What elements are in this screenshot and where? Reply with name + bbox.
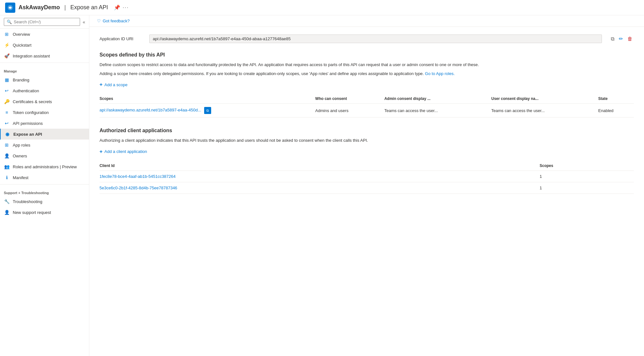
table-row: api://askawaydemo.azurefd.net/1b7a5897-e… [100,104,634,117]
table-row: 5e3ce6c0-2b1f-4285-8d4b-75ee78787346 1 [100,182,634,193]
app-name: AskAwayDemo [19,4,60,11]
col-user-consent-display: User consent display na... [491,94,598,104]
troubleshooting-icon: 🔧 [4,199,10,204]
app-id-section: Application ID URI api://askawaydemo.azu… [100,34,634,43]
nav-divider-support [0,184,89,185]
edit-app-id-button[interactable]: ✏ [618,35,624,42]
branding-icon: ▦ [4,77,10,83]
scopes-table: Scopes Who can consent Admin consent dis… [100,94,634,117]
clients-table-header-row: Client Id Scopes [100,161,634,171]
scopes-table-header-row: Scopes Who can consent Admin consent dis… [100,94,634,104]
page-title: Expose an API [70,4,108,11]
scope-link[interactable]: api://askawaydemo.azurefd.net/1b7a5897-e… [100,108,201,112]
support-section-label: Support + Troubleshooting [0,186,89,196]
client-id-value: 5e3ce6c0-2b1f-4285-8d4b-75ee78787346 [100,182,540,193]
sidebar-item-app-roles[interactable]: ⊞ App roles [0,140,89,150]
scopes-section-title: Scopes defined by this API [100,52,634,58]
sidebar-item-integration-assistant[interactable]: 🚀 Integration assistant [0,50,89,61]
pin-icon[interactable]: 📌 [114,4,120,11]
client-scopes-value: 1 [540,170,634,182]
sidebar-item-troubleshooting[interactable]: 🔧 Troubleshooting [0,196,89,207]
sidebar-item-label: Overview [13,32,30,37]
sidebar-item-roles-administrators[interactable]: 👥 Roles and administrators | Preview [0,161,89,172]
sidebar-item-label: New support request [13,210,51,215]
sidebar-item-branding[interactable]: ▦ Branding [0,74,89,85]
admin-consent-display-value: Teams can access the user... [384,104,491,117]
add-scope-label: Add a scope [104,82,127,87]
sidebar-item-authentication[interactable]: ↩ Authentication [0,85,89,96]
col-who-can-consent: Who can consent [315,94,384,104]
manage-section-label: Manage [0,64,89,74]
client-scopes-value: 1 [540,182,634,193]
scopes-section: Scopes defined by this API Define custom… [100,52,634,117]
sidebar-search-container: 🔍 « [0,15,89,29]
header: AskAwayDemo | Expose an API 📌 ··· [0,0,644,15]
main-content: ♡ Got feedback? Application ID URI api:/… [89,15,644,356]
add-scope-button[interactable]: + Add a scope [100,79,128,90]
overview-icon: ⊞ [4,31,10,37]
nav-divider-manage [0,63,89,63]
sidebar-item-label: App roles [13,143,30,148]
search-icon: 🔍 [7,19,12,24]
sidebar-item-owners[interactable]: 👤 Owners [0,150,89,161]
client-id-link[interactable]: 1fec8e78-bce4-4aaf-ab1b-5451cc387264 [100,174,176,179]
sidebar-item-api-permissions[interactable]: ↩ API permissions [0,118,89,129]
col-client-scopes: Scopes [540,161,634,171]
state-value: Enabled [598,104,634,117]
scope-copy-icon[interactable]: ⧉ [204,107,211,114]
api-permissions-icon: ↩ [4,120,10,126]
owners-icon: 👤 [4,153,10,159]
user-consent-display-value: Teams can access the user... [491,104,598,117]
app-roles-icon: ⊞ [4,142,10,148]
search-input[interactable] [14,19,77,24]
search-box[interactable]: 🔍 [4,18,80,26]
scope-value: api://askawaydemo.azurefd.net/1b7a5897-e… [100,104,315,117]
sidebar-item-overview[interactable]: ⊞ Overview [0,29,89,40]
feedback-bar[interactable]: ♡ Got feedback? [89,15,644,27]
sidebar-item-certificates-secrets[interactable]: 🔑 Certificates & secrets [0,96,89,107]
sidebar-item-token-configuration[interactable]: ≡ Token configuration [0,107,89,118]
new-support-icon: 👤 [4,209,10,215]
authentication-icon: ↩ [4,88,10,94]
who-can-consent-value: Admins and users [315,104,384,117]
add-client-plus-icon: + [100,149,102,155]
col-scopes: Scopes [100,94,315,104]
add-client-application-button[interactable]: + Add a client application [100,146,147,157]
app-icon [5,3,15,13]
sidebar-item-label: Authentication [13,88,39,93]
top-nav: ⊞ Overview ⚡ Quickstart 🚀 Integration as… [0,29,89,61]
integration-assistant-icon: 🚀 [4,53,10,59]
sidebar: 🔍 « ⊞ Overview ⚡ Quickstart 🚀 Integratio… [0,15,89,356]
scopes-desc-1: Define custom scopes to restrict access … [100,62,634,68]
authorized-clients-section: Authorized client applications Authorizi… [100,128,634,194]
sidebar-item-label: Manifest [13,175,28,180]
sidebar-item-manifest[interactable]: ℹ Manifest [0,172,89,183]
collapse-sidebar-button[interactable]: « [83,19,85,25]
clients-table: Client Id Scopes 1fec8e78-bce4-4aaf-ab1b… [100,161,634,194]
scopes-desc-2: Adding a scope here creates only delegat… [100,71,634,77]
col-admin-consent-display: Admin consent display ... [384,94,491,104]
col-client-id: Client Id [100,161,540,171]
app-id-input: api://askawaydemo.azurefd.net/1b7a5897-e… [149,34,602,43]
authorized-clients-desc: Authorizing a client application indicat… [100,137,634,144]
feedback-label: Got feedback? [103,19,130,23]
add-client-label: Add a client application [104,149,147,154]
authorized-clients-title: Authorized client applications [100,128,634,133]
more-options-icon[interactable]: ··· [123,5,129,11]
quickstart-icon: ⚡ [4,42,10,48]
delete-app-id-button[interactable]: 🗑 [626,35,634,42]
col-state: State [598,94,634,104]
sidebar-item-label: Owners [13,154,27,158]
manifest-icon: ℹ [4,175,10,180]
layout: 🔍 « ⊞ Overview ⚡ Quickstart 🚀 Integratio… [0,15,644,356]
sidebar-item-new-support-request[interactable]: 👤 New support request [0,207,89,218]
client-id-link[interactable]: 5e3ce6c0-2b1f-4285-8d4b-75ee78787346 [100,186,177,190]
copy-app-id-button[interactable]: ⧉ [610,35,616,42]
certificates-icon: 🔑 [4,99,10,104]
table-row: 1fec8e78-bce4-4aaf-ab1b-5451cc387264 1 [100,170,634,182]
sidebar-item-expose-an-api[interactable]: ◉ Expose an API [0,129,89,140]
go-to-app-roles-link[interactable]: Go to App roles. [425,71,455,76]
client-id-value: 1fec8e78-bce4-4aaf-ab1b-5451cc387264 [100,170,540,182]
token-config-icon: ≡ [4,110,10,115]
sidebar-item-quickstart[interactable]: ⚡ Quickstart [0,40,89,50]
